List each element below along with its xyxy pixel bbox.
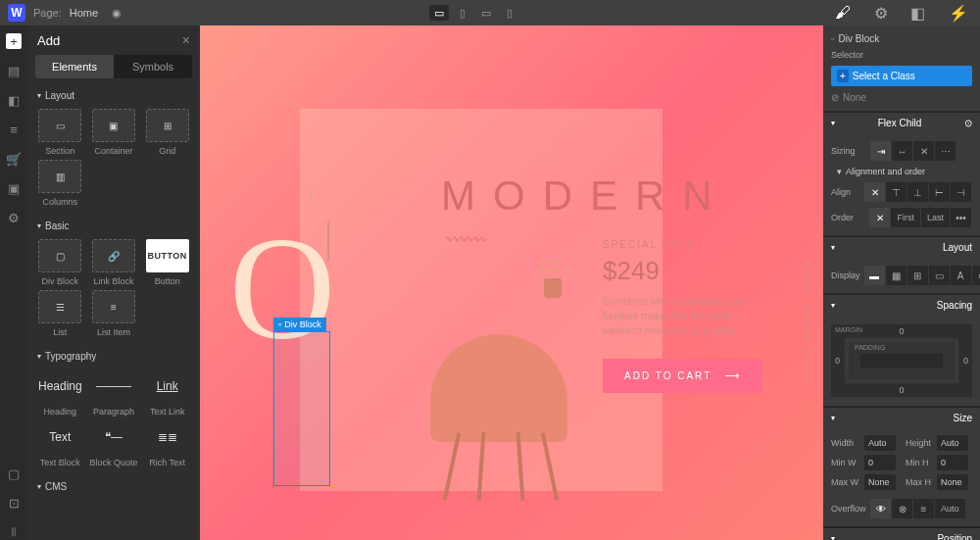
maxh-input[interactable]	[937, 474, 968, 490]
selection-tag[interactable]: ▫ Div Block	[273, 318, 326, 331]
grid-toggle-icon[interactable]: ⊡	[6, 495, 22, 511]
tab-symbols[interactable]: Symbols	[114, 55, 192, 78]
measure-icon[interactable]: ⫴	[6, 524, 22, 540]
align-none-icon[interactable]: ✕	[864, 182, 886, 202]
padding-label: PADDING	[855, 344, 885, 351]
margin-top-value[interactable]: 0	[899, 326, 904, 336]
design-canvas[interactable]: R O MODERN ∿∿∿∿∿∿ SPECIAL SALE $249 Comb…	[200, 25, 823, 540]
width-input[interactable]	[864, 435, 896, 451]
cms-icon[interactable]: ≡	[6, 122, 22, 137]
element-columns[interactable]: ▥Columns	[35, 160, 85, 207]
element-section[interactable]: ▭Section	[35, 109, 85, 156]
sizing-more-icon[interactable]: ⋯	[935, 141, 956, 161]
sizing-none-icon[interactable]: ✕	[913, 141, 935, 161]
sale-text-block: SPECIAL SALE $249 Combined with comforta…	[603, 239, 760, 338]
add-elements-icon[interactable]: +	[6, 33, 22, 49]
overflow-auto-button[interactable]: Auto	[935, 499, 966, 518]
element-paragraph[interactable]: ———Paragraph	[89, 369, 139, 417]
locate-icon[interactable]: ⊙	[964, 118, 972, 128]
align-button-group: ✕ ⊤ ⊥ ⊢ ⊣	[864, 182, 972, 202]
order-first-button[interactable]: First	[891, 208, 921, 227]
element-block-quote[interactable]: ❝—Block Quote	[89, 420, 139, 467]
style-manager-icon[interactable]: ◧	[910, 4, 925, 23]
spacing-editor[interactable]: MARGIN PADDING 0 0 0 0	[831, 324, 972, 397]
add-to-cart-button[interactable]: ADD TO CART ⟶	[603, 359, 762, 393]
margin-bottom-value[interactable]: 0	[899, 385, 904, 395]
element-list[interactable]: ☰List	[35, 290, 85, 337]
maxw-input[interactable]	[864, 474, 896, 490]
zigzag-decoration: ∿∿∿∿∿∿	[445, 233, 486, 244]
section-header-layout[interactable]: Layout	[823, 236, 980, 258]
section-header-basic[interactable]: Basic	[27, 215, 200, 235]
align-label: Align	[831, 187, 860, 197]
section-header-typography[interactable]: Typography	[27, 345, 200, 366]
audits-icon[interactable]: ▢	[6, 466, 22, 481]
pages-icon[interactable]: ▤	[6, 63, 22, 78]
navigator-icon[interactable]: ◧	[6, 92, 22, 108]
element-rich-text[interactable]: ≣≣Rich Text	[142, 420, 192, 467]
element-text-block[interactable]: TextText Block	[35, 420, 85, 467]
selection-outline[interactable]	[273, 331, 330, 486]
sizing-grow-icon[interactable]: ↔	[892, 141, 913, 161]
order-none-icon[interactable]: ✕	[869, 208, 891, 227]
margin-right-value[interactable]: 0	[963, 356, 968, 366]
section-header-layout[interactable]: Layout	[27, 84, 200, 105]
interactions-bolt-icon[interactable]: ⚡	[949, 4, 968, 23]
style-brush-icon[interactable]: 🖌	[835, 4, 851, 22]
display-flex-icon[interactable]: ▦	[886, 266, 907, 285]
assets-icon[interactable]: ▣	[6, 180, 22, 196]
device-desktop-icon[interactable]: ▭	[429, 5, 449, 21]
order-more-icon[interactable]: •••	[951, 208, 972, 227]
preview-eye-icon[interactable]: ◉	[112, 7, 122, 20]
device-tablet-icon[interactable]: ▯	[453, 5, 472, 21]
page-name[interactable]: Home	[70, 7, 98, 19]
overflow-hidden-icon[interactable]: ⊗	[892, 499, 913, 518]
minw-label: Min W	[831, 458, 858, 467]
minw-input[interactable]	[864, 455, 896, 470]
element-list-item[interactable]: ≡List Item	[89, 290, 139, 337]
element-div-block[interactable]: ▢Div Block	[35, 239, 85, 286]
display-inline-block-icon[interactable]: ▭	[929, 266, 951, 285]
display-grid-icon[interactable]: ⊞	[907, 266, 929, 285]
align-start-icon[interactable]: ⊤	[886, 182, 907, 202]
sizing-shrink-icon[interactable]: ⇥	[870, 141, 892, 161]
section-header-size[interactable]: Size	[823, 407, 980, 428]
webflow-logo[interactable]: W	[8, 4, 25, 22]
ecommerce-icon[interactable]: 🛒	[6, 151, 22, 167]
element-link-block[interactable]: 🔗Link Block	[89, 239, 139, 286]
element-grid[interactable]: ⊞Grid	[142, 109, 192, 156]
height-input[interactable]	[937, 435, 968, 451]
minh-input[interactable]	[937, 455, 968, 470]
element-text-link[interactable]: LinkText Link	[142, 369, 192, 417]
section-header-spacing[interactable]: Spacing	[823, 294, 980, 316]
margin-label: MARGIN	[835, 326, 862, 333]
device-tablet-land-icon[interactable]: ▭	[476, 5, 496, 21]
display-block-icon[interactable]: ▬	[864, 266, 886, 285]
margin-left-value[interactable]: 0	[835, 356, 840, 366]
order-last-button[interactable]: Last	[921, 208, 951, 227]
element-button[interactable]: BUTTONButton	[142, 239, 192, 286]
close-icon[interactable]: ×	[182, 32, 190, 48]
tab-elements[interactable]: Elements	[35, 55, 114, 78]
align-stretch-icon[interactable]: ⊣	[951, 182, 972, 202]
overflow-visible-icon[interactable]: 👁	[870, 499, 892, 518]
height-label: Height	[906, 438, 931, 448]
display-none-icon[interactable]: ⊘	[972, 266, 980, 285]
section-header-cms[interactable]: CMS	[27, 475, 200, 496]
display-inline-icon[interactable]: A	[951, 266, 972, 285]
overflow-scroll-icon[interactable]: ≡	[913, 499, 935, 518]
align-end-icon[interactable]: ⊢	[929, 182, 951, 202]
section-header-flex-child[interactable]: Flex Child ⊙	[823, 112, 980, 133]
align-center-icon[interactable]: ⊥	[907, 182, 929, 202]
width-label: Width	[831, 438, 858, 448]
element-heading[interactable]: HeadingHeading	[35, 369, 85, 417]
element-tag-label: Div Block	[839, 33, 880, 44]
device-mobile-icon[interactable]: ▯	[500, 5, 519, 21]
left-tool-rail: + ▤ ◧ ≡ 🛒 ▣ ⚙ ▢ ⊡ ⫴	[0, 25, 27, 540]
overflow-button-group: 👁 ⊗ ≡ Auto	[870, 499, 966, 518]
element-settings-gear-icon[interactable]: ⚙	[874, 4, 888, 23]
element-container[interactable]: ▣Container	[89, 109, 139, 156]
section-header-position[interactable]: Position	[823, 527, 980, 540]
settings-gear-icon[interactable]: ⚙	[6, 210, 22, 225]
select-class-button[interactable]: + Select a Class	[831, 66, 972, 86]
